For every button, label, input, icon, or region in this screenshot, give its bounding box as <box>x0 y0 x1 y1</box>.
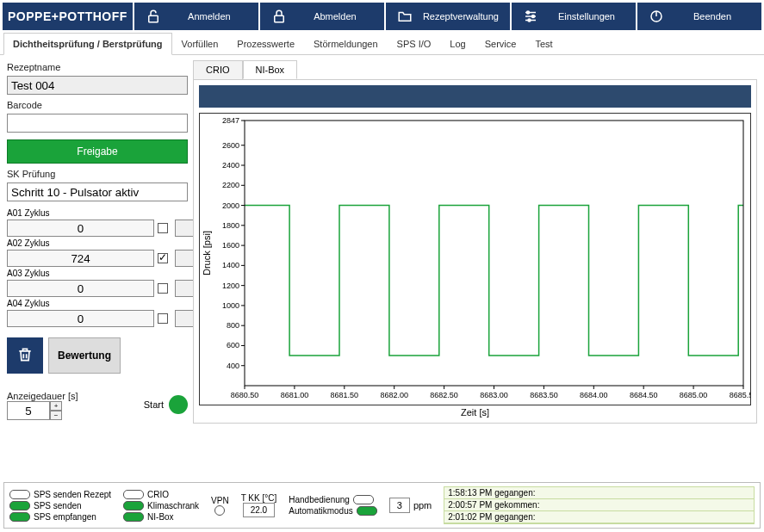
tab-spsio[interactable]: SPS I/O <box>388 33 441 54</box>
svg-point-4 <box>528 19 531 22</box>
sk-pruefung-field[interactable] <box>7 182 188 201</box>
a01-value[interactable] <box>7 220 154 237</box>
svg-text:400: 400 <box>227 362 239 370</box>
tab-log[interactable]: Log <box>440 33 475 54</box>
svg-text:1800: 1800 <box>222 221 239 230</box>
recipe-mgmt-button[interactable]: Rezeptverwaltung <box>386 3 510 30</box>
svg-text:8681.00: 8681.00 <box>281 391 309 399</box>
led-handbedienung[interactable] <box>353 495 374 504</box>
led-klimaschrank <box>123 501 144 510</box>
tab-vorfuellen[interactable]: Vorfüllen <box>172 33 228 54</box>
svg-text:2600: 2600 <box>222 141 239 150</box>
tab-service[interactable]: Service <box>475 33 526 54</box>
anzeigedauer-up[interactable]: + <box>50 401 62 411</box>
a01-label: A01 Zyklus <box>7 208 154 218</box>
svg-text:Druck [psi]: Druck [psi] <box>202 231 212 275</box>
pao3-checkbox[interactable] <box>158 283 168 294</box>
log-entry: 1:58:13 PM gegangen: <box>444 487 754 499</box>
tab-dichtheit[interactable]: Dichtheitsprüfung / Berstprüfung <box>3 33 172 55</box>
lock-icon <box>270 8 288 25</box>
a04-label: A04 Zyklus <box>7 299 154 308</box>
tab-test[interactable]: Test <box>525 33 562 54</box>
vpn-label: VPN <box>211 496 229 505</box>
a02-label: A02 Zyklus <box>7 238 154 248</box>
lbl-klimaschrank: Klimaschrank <box>147 501 199 510</box>
svg-rect-55 <box>245 121 743 386</box>
tab-stoermeldungen[interactable]: Störmeldungen <box>304 33 388 54</box>
led-nibox <box>123 512 144 522</box>
svg-text:8682.00: 8682.00 <box>380 391 408 399</box>
a03-value[interactable] <box>7 280 154 297</box>
led-sps-senden-rezept <box>9 490 30 499</box>
anzeigedauer-down[interactable]: − <box>50 411 62 420</box>
svg-text:1600: 1600 <box>222 241 239 250</box>
delete-button[interactable] <box>7 337 43 374</box>
event-log[interactable]: 1:58:13 PM gegangen: 2:00:57 PM gekommen… <box>444 486 755 524</box>
tkk-label: T KK [°C] <box>241 493 277 503</box>
lbl-nibox: NI-Box <box>147 512 174 522</box>
anzeigedauer-input[interactable] <box>7 401 50 420</box>
anzeigedauer-label: Anzeigedauer [s] <box>7 391 78 401</box>
svg-rect-1 <box>275 15 284 22</box>
tab-prozesswerte[interactable]: Prozesswerte <box>227 33 304 54</box>
power-icon <box>648 8 665 25</box>
log-entry: 2:00:57 PM gekommen: <box>444 499 754 511</box>
recipe-label: Rezeptverwaltung <box>422 11 500 22</box>
freigabe-button[interactable]: Freigabe <box>7 139 188 164</box>
chart-container: 4006008001000120014001600180020002200240… <box>193 79 757 424</box>
rezeptname-label: Rezeptname <box>7 62 188 72</box>
svg-text:2200: 2200 <box>222 181 239 189</box>
start-button[interactable] <box>169 395 188 414</box>
logout-label: Abmelden <box>296 11 374 22</box>
ppm-value: 3 <box>389 498 410 513</box>
led-automatikmodus[interactable] <box>357 506 377 516</box>
settings-button[interactable]: Einstellungen <box>512 3 636 30</box>
svg-text:8685.50: 8685.50 <box>730 391 750 399</box>
chart-header <box>199 85 751 108</box>
vpn-led <box>214 505 225 516</box>
pao1-checkbox[interactable] <box>158 223 168 233</box>
chart-tab-crio[interactable]: CRIO <box>193 60 243 79</box>
a04-value[interactable] <box>7 310 154 327</box>
svg-text:8684.00: 8684.00 <box>580 391 608 399</box>
logo: POPPE+POTTHOFF <box>3 3 133 30</box>
svg-text:8681.50: 8681.50 <box>331 391 359 399</box>
svg-text:8682.50: 8682.50 <box>430 391 458 399</box>
login-button[interactable]: Anmelden <box>134 3 258 30</box>
svg-text:800: 800 <box>227 321 239 330</box>
exit-label: Beenden <box>674 11 751 22</box>
svg-text:2400: 2400 <box>222 161 239 170</box>
lbl-sps-empfangen: SPS empfangen <box>34 512 96 522</box>
barcode-field[interactable] <box>7 114 188 133</box>
svg-text:8685.00: 8685.00 <box>680 391 708 399</box>
lbl-sps-senden-rezept: SPS senden Rezept <box>34 490 111 499</box>
pao4-checkbox[interactable] <box>158 313 168 324</box>
pressure-chart[interactable]: 4006008001000120014001600180020002200240… <box>199 113 751 405</box>
a02-value[interactable] <box>7 250 154 267</box>
lbl-sps-senden: SPS senden <box>34 501 82 510</box>
svg-text:8683.00: 8683.00 <box>480 391 508 399</box>
exit-button[interactable]: Beenden <box>637 3 761 30</box>
barcode-label: Barcode <box>7 100 188 110</box>
svg-rect-0 <box>149 15 158 22</box>
chart-tab-nibox[interactable]: NI-Box <box>243 60 298 79</box>
main-tabs: Dichtheitsprüfung / Berstprüfung Vorfüll… <box>0 33 764 55</box>
svg-text:8684.50: 8684.50 <box>630 391 658 399</box>
svg-text:1200: 1200 <box>222 281 239 290</box>
auto-label: Automatikmodus <box>289 506 352 516</box>
pao2-checkbox[interactable] <box>158 253 168 263</box>
svg-text:8683.50: 8683.50 <box>530 391 558 399</box>
svg-text:600: 600 <box>227 341 239 350</box>
start-label: Start <box>144 399 164 410</box>
x-axis-label: Zeit [s] <box>199 407 751 418</box>
svg-point-3 <box>531 15 534 18</box>
settings-label: Einstellungen <box>548 11 625 22</box>
bewertung-button[interactable]: Bewertung <box>48 337 121 374</box>
ppm-unit: ppm <box>413 500 432 510</box>
rezeptname-field[interactable] <box>7 76 188 95</box>
lbl-crio: CRIO <box>147 490 169 499</box>
logout-button[interactable]: Abmelden <box>260 3 384 30</box>
folder-icon <box>396 8 413 25</box>
led-sps-senden <box>9 501 30 510</box>
svg-text:2847: 2847 <box>222 116 239 125</box>
